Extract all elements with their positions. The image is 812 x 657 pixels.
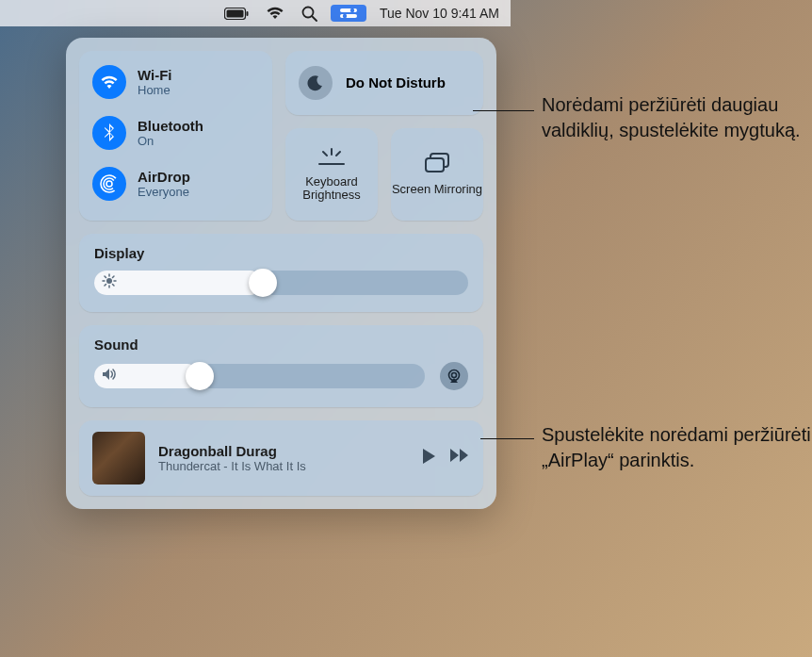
next-button[interactable] [449,448,470,468]
svg-rect-7 [340,14,357,18]
play-button[interactable] [421,448,436,468]
svg-line-24 [113,285,115,287]
control-center-menubar-icon[interactable] [331,5,366,22]
svg-rect-17 [426,158,444,172]
bluetooth-icon [92,116,126,150]
airdrop-title: AirDrop [138,169,190,185]
svg-line-23 [105,276,106,278]
brightness-icon [102,273,117,292]
wifi-status: Home [138,83,172,97]
control-center-panel: Wi-Fi Home Bluetooth On AirDrop [66,38,496,509]
svg-rect-1 [226,9,243,17]
svg-line-25 [105,285,106,287]
sound-title: Sound [94,337,468,353]
wifi-icon [92,65,126,99]
display-slider[interactable] [94,271,468,295]
connectivity-tile: Wi-Fi Home Bluetooth On AirDrop [79,51,272,221]
two-square-row: Keyboard Brightness Screen Mirroring [285,128,483,221]
callout-line-top [473,110,534,111]
airdrop-icon [92,167,126,201]
svg-point-9 [106,181,112,187]
dnd-tile[interactable]: Do Not Disturb [285,51,483,115]
svg-point-18 [106,278,112,284]
album-art [92,432,145,485]
moon-icon [299,66,333,100]
dnd-label: Do Not Disturb [346,74,446,90]
keyboard-brightness-tile[interactable]: Keyboard Brightness [285,128,378,221]
svg-rect-2 [246,11,248,16]
bluetooth-status: On [138,134,203,148]
track-subtitle: Thundercat - It Is What It Is [158,459,408,473]
callout-bottom: Spustelėkite norėdami peržiūrėti „AirPla… [542,422,812,473]
wifi-menubar-icon[interactable] [266,7,284,20]
airdrop-row[interactable]: AirDrop Everyone [90,162,261,205]
svg-point-8 [343,14,347,18]
svg-point-6 [350,8,354,12]
screen-mirroring-label: Screen Mirroring [392,183,482,196]
volume-icon [102,368,119,385]
now-playing-tile[interactable]: Dragonball Durag Thundercat - It Is What… [79,420,483,496]
wifi-row[interactable]: Wi-Fi Home [90,60,261,104]
menubar: Tue Nov 10 9:41 AM [0,0,511,26]
svg-point-3 [302,7,313,17]
airdrop-status: Everyone [138,185,190,199]
display-title: Display [94,245,468,261]
battery-icon[interactable] [224,8,249,20]
svg-line-4 [312,16,317,21]
bluetooth-row[interactable]: Bluetooth On [90,111,261,155]
callout-line-bottom [480,438,534,439]
spotlight-icon[interactable] [301,6,317,22]
screen-mirroring-tile[interactable]: Screen Mirroring [391,128,483,221]
top-right-column: Do Not Disturb Keyboard Brightness Scree… [285,51,483,221]
keyboard-brightness-icon [317,147,346,170]
svg-point-10 [104,178,115,189]
bluetooth-title: Bluetooth [138,118,203,134]
airplay-button[interactable] [440,362,468,390]
top-row: Wi-Fi Home Bluetooth On AirDrop [79,51,483,221]
screen-mirroring-icon [424,153,450,177]
sound-slider[interactable] [94,364,425,388]
svg-line-26 [113,276,115,278]
svg-line-14 [323,152,327,156]
menubar-datetime[interactable]: Tue Nov 10 9:41 AM [380,6,499,21]
display-tile: Display [79,234,483,312]
keyboard-brightness-label: Keyboard Brightness [285,175,378,203]
track-title: Dragonball Durag [158,443,408,459]
wifi-title: Wi-Fi [138,67,172,83]
svg-line-15 [336,152,340,156]
svg-point-28 [452,373,457,378]
callout-top: Norėdami peržiūrėti daugiau valdiklių, s… [542,92,812,143]
svg-rect-5 [340,8,357,12]
sound-tile: Sound [79,325,483,407]
